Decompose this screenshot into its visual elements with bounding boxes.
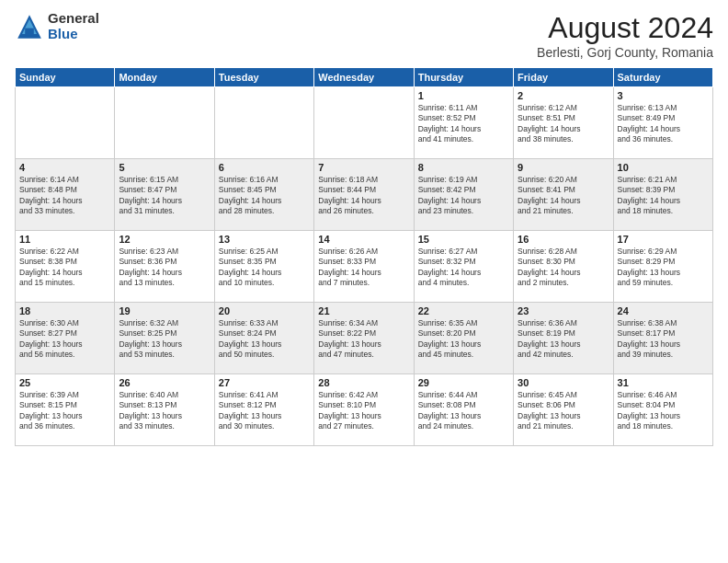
day-info: Sunrise: 6:16 AM Sunset: 8:45 PM Dayligh… xyxy=(219,175,310,217)
day-info: Sunrise: 6:46 AM Sunset: 8:04 PM Dayligh… xyxy=(618,390,709,432)
day-info: Sunrise: 6:27 AM Sunset: 8:32 PM Dayligh… xyxy=(418,247,509,289)
calendar-cell: 31Sunrise: 6:46 AM Sunset: 8:04 PM Dayli… xyxy=(613,374,712,446)
calendar-cell: 6Sunrise: 6:16 AM Sunset: 8:45 PM Daylig… xyxy=(214,159,313,231)
day-number: 13 xyxy=(219,234,310,245)
day-number: 19 xyxy=(119,305,210,316)
day-info: Sunrise: 6:21 AM Sunset: 8:39 PM Dayligh… xyxy=(618,175,709,217)
calendar-cell: 3Sunrise: 6:13 AM Sunset: 8:49 PM Daylig… xyxy=(613,87,712,159)
calendar-header-row: Sunday Monday Tuesday Wednesday Thursday… xyxy=(16,68,713,87)
day-info: Sunrise: 6:23 AM Sunset: 8:36 PM Dayligh… xyxy=(119,247,210,289)
day-info: Sunrise: 6:11 AM Sunset: 8:52 PM Dayligh… xyxy=(418,103,509,145)
week-row-5: 25Sunrise: 6:39 AM Sunset: 8:15 PM Dayli… xyxy=(16,374,713,446)
calendar-cell: 20Sunrise: 6:33 AM Sunset: 8:24 PM Dayli… xyxy=(214,303,313,374)
day-info: Sunrise: 6:18 AM Sunset: 8:44 PM Dayligh… xyxy=(318,175,409,217)
day-number: 4 xyxy=(19,162,110,173)
day-info: Sunrise: 6:40 AM Sunset: 8:13 PM Dayligh… xyxy=(119,390,210,432)
day-number: 20 xyxy=(219,305,310,316)
calendar-cell: 13Sunrise: 6:25 AM Sunset: 8:35 PM Dayli… xyxy=(214,231,313,303)
day-info: Sunrise: 6:15 AM Sunset: 8:47 PM Dayligh… xyxy=(119,175,210,217)
day-number: 25 xyxy=(19,377,110,388)
day-number: 24 xyxy=(618,305,709,316)
calendar-cell xyxy=(214,87,313,159)
day-number: 2 xyxy=(518,90,609,101)
logo-general-text: General xyxy=(48,11,99,27)
day-info: Sunrise: 6:34 AM Sunset: 8:22 PM Dayligh… xyxy=(318,318,409,361)
day-number: 3 xyxy=(618,90,709,101)
week-row-4: 18Sunrise: 6:30 AM Sunset: 8:27 PM Dayli… xyxy=(16,303,713,374)
calendar-cell: 2Sunrise: 6:12 AM Sunset: 8:51 PM Daylig… xyxy=(514,87,613,159)
day-number: 7 xyxy=(318,162,409,173)
day-info: Sunrise: 6:13 AM Sunset: 8:49 PM Dayligh… xyxy=(618,103,709,145)
week-row-1: 1Sunrise: 6:11 AM Sunset: 8:52 PM Daylig… xyxy=(16,87,713,159)
day-number: 21 xyxy=(318,305,409,316)
calendar-cell: 28Sunrise: 6:42 AM Sunset: 8:10 PM Dayli… xyxy=(314,374,414,446)
calendar-cell: 10Sunrise: 6:21 AM Sunset: 8:39 PM Dayli… xyxy=(613,159,712,231)
calendar-cell: 17Sunrise: 6:29 AM Sunset: 8:29 PM Dayli… xyxy=(613,231,712,303)
calendar-cell: 16Sunrise: 6:28 AM Sunset: 8:30 PM Dayli… xyxy=(514,231,613,303)
day-info: Sunrise: 6:32 AM Sunset: 8:25 PM Dayligh… xyxy=(119,318,210,361)
svg-rect-2 xyxy=(25,28,34,35)
day-number: 22 xyxy=(418,305,509,316)
day-number: 28 xyxy=(318,377,409,388)
calendar-cell: 11Sunrise: 6:22 AM Sunset: 8:38 PM Dayli… xyxy=(16,231,115,303)
col-monday: Monday xyxy=(115,68,214,87)
day-info: Sunrise: 6:44 AM Sunset: 8:08 PM Dayligh… xyxy=(418,390,509,432)
col-friday: Friday xyxy=(514,68,613,87)
col-thursday: Thursday xyxy=(414,68,513,87)
calendar-cell: 1Sunrise: 6:11 AM Sunset: 8:52 PM Daylig… xyxy=(414,87,513,159)
day-info: Sunrise: 6:36 AM Sunset: 8:19 PM Dayligh… xyxy=(518,318,609,361)
calendar-cell: 19Sunrise: 6:32 AM Sunset: 8:25 PM Dayli… xyxy=(115,303,214,374)
calendar-cell xyxy=(16,87,115,159)
day-number: 6 xyxy=(219,162,310,173)
day-info: Sunrise: 6:41 AM Sunset: 8:12 PM Dayligh… xyxy=(219,390,310,432)
day-info: Sunrise: 6:22 AM Sunset: 8:38 PM Dayligh… xyxy=(19,247,110,289)
col-tuesday: Tuesday xyxy=(214,68,313,87)
day-number: 12 xyxy=(119,234,210,245)
day-info: Sunrise: 6:12 AM Sunset: 8:51 PM Dayligh… xyxy=(518,103,609,145)
calendar-cell: 26Sunrise: 6:40 AM Sunset: 8:13 PM Dayli… xyxy=(115,374,214,446)
day-number: 17 xyxy=(618,234,709,245)
day-number: 23 xyxy=(518,305,609,316)
day-info: Sunrise: 6:20 AM Sunset: 8:41 PM Dayligh… xyxy=(518,175,609,217)
day-info: Sunrise: 6:29 AM Sunset: 8:29 PM Dayligh… xyxy=(618,247,709,289)
day-number: 1 xyxy=(418,90,509,101)
calendar-cell: 12Sunrise: 6:23 AM Sunset: 8:36 PM Dayli… xyxy=(115,231,214,303)
week-row-3: 11Sunrise: 6:22 AM Sunset: 8:38 PM Dayli… xyxy=(16,231,713,303)
day-info: Sunrise: 6:28 AM Sunset: 8:30 PM Dayligh… xyxy=(518,247,609,289)
day-info: Sunrise: 6:33 AM Sunset: 8:24 PM Dayligh… xyxy=(219,318,310,361)
calendar-cell xyxy=(314,87,414,159)
calendar-cell: 29Sunrise: 6:44 AM Sunset: 8:08 PM Dayli… xyxy=(414,374,513,446)
day-info: Sunrise: 6:42 AM Sunset: 8:10 PM Dayligh… xyxy=(318,390,409,432)
day-number: 29 xyxy=(418,377,509,388)
calendar-cell: 27Sunrise: 6:41 AM Sunset: 8:12 PM Dayli… xyxy=(214,374,313,446)
calendar-cell: 30Sunrise: 6:45 AM Sunset: 8:06 PM Dayli… xyxy=(514,374,613,446)
day-number: 15 xyxy=(418,234,509,245)
col-wednesday: Wednesday xyxy=(314,68,414,87)
calendar-cell: 22Sunrise: 6:35 AM Sunset: 8:20 PM Dayli… xyxy=(414,303,513,374)
calendar-table: Sunday Monday Tuesday Wednesday Thursday… xyxy=(15,67,713,446)
week-row-2: 4Sunrise: 6:14 AM Sunset: 8:48 PM Daylig… xyxy=(16,159,713,231)
subtitle: Berlesti, Gorj County, Romania xyxy=(537,45,713,60)
calendar-cell: 4Sunrise: 6:14 AM Sunset: 8:48 PM Daylig… xyxy=(16,159,115,231)
calendar-cell: 7Sunrise: 6:18 AM Sunset: 8:44 PM Daylig… xyxy=(314,159,414,231)
day-info: Sunrise: 6:45 AM Sunset: 8:06 PM Dayligh… xyxy=(518,390,609,432)
calendar-cell: 5Sunrise: 6:15 AM Sunset: 8:47 PM Daylig… xyxy=(115,159,214,231)
day-number: 8 xyxy=(418,162,509,173)
day-info: Sunrise: 6:14 AM Sunset: 8:48 PM Dayligh… xyxy=(19,175,110,217)
day-info: Sunrise: 6:19 AM Sunset: 8:42 PM Dayligh… xyxy=(418,175,509,217)
day-info: Sunrise: 6:39 AM Sunset: 8:15 PM Dayligh… xyxy=(19,390,110,432)
calendar-cell: 14Sunrise: 6:26 AM Sunset: 8:33 PM Dayli… xyxy=(314,231,414,303)
day-info: Sunrise: 6:35 AM Sunset: 8:20 PM Dayligh… xyxy=(418,318,509,361)
logo-blue-text: Blue xyxy=(48,27,99,42)
col-sunday: Sunday xyxy=(16,68,115,87)
title-area: August 2024 Berlesti, Gorj County, Roman… xyxy=(537,11,713,60)
calendar-cell: 8Sunrise: 6:19 AM Sunset: 8:42 PM Daylig… xyxy=(414,159,513,231)
calendar-cell: 18Sunrise: 6:30 AM Sunset: 8:27 PM Dayli… xyxy=(16,303,115,374)
calendar-cell: 25Sunrise: 6:39 AM Sunset: 8:15 PM Dayli… xyxy=(16,374,115,446)
day-info: Sunrise: 6:30 AM Sunset: 8:27 PM Dayligh… xyxy=(19,318,110,361)
day-number: 5 xyxy=(119,162,210,173)
calendar-cell: 9Sunrise: 6:20 AM Sunset: 8:41 PM Daylig… xyxy=(514,159,613,231)
calendar-cell xyxy=(115,87,214,159)
day-number: 16 xyxy=(518,234,609,245)
day-number: 18 xyxy=(19,305,110,316)
